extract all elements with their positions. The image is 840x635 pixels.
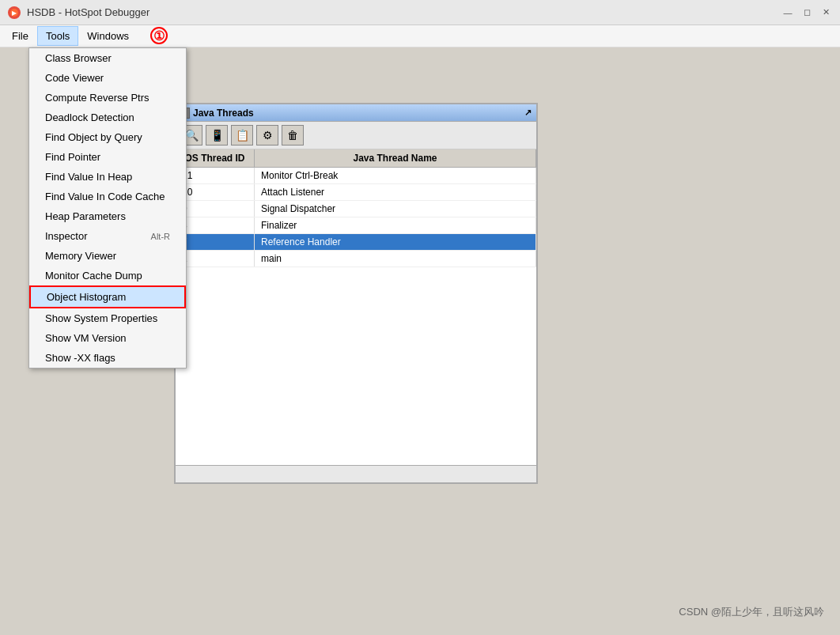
svg-text:▶: ▶: [12, 9, 17, 17]
table-body: 11 Monitor Ctrl-Break 10 Attach Listener…: [176, 168, 536, 267]
java-threads-title: Java Threads: [193, 108, 254, 119]
menu-item-find-object-by-query[interactable]: Find Object by Query: [29, 127, 186, 147]
menu-item-show-vm-version[interactable]: Show VM Version: [29, 328, 186, 348]
menu-item-inspector[interactable]: Inspector Alt-R: [29, 226, 186, 246]
menu-item-memory-viewer[interactable]: Memory Viewer: [29, 246, 186, 266]
col-os-thread-id: OS Thread ID: [176, 149, 255, 167]
menu-windows[interactable]: Windows: [78, 26, 138, 46]
os-id-11: 11: [176, 168, 255, 183]
menu-bar: File Tools Windows ① Class Browser Code …: [0, 25, 840, 47]
menu-item-find-pointer[interactable]: Find Pointer: [29, 147, 186, 167]
restore-button[interactable]: ↗: [523, 108, 533, 118]
os-id-10: 10: [176, 184, 255, 200]
window-statusbar: [176, 465, 536, 482]
col-java-thread-name: Java Thread Name: [255, 149, 536, 167]
menu-tools[interactable]: Tools: [37, 26, 78, 46]
annotation-1: ①: [150, 27, 168, 44]
menu-item-find-value-in-heap[interactable]: Find Value In Heap: [29, 167, 186, 187]
table-row[interactable]: 9 Signal Dispatcher: [176, 201, 536, 217]
copy-toolbar-btn[interactable]: 📋: [231, 125, 253, 146]
thread-name-main: main: [255, 251, 536, 266]
menu-item-show-xx-flags[interactable]: Show -XX flags: [29, 348, 186, 368]
phone-toolbar-btn[interactable]: 📱: [206, 125, 228, 146]
maximize-button[interactable]: ◻: [800, 6, 813, 19]
delete-toolbar-btn[interactable]: 🗑: [282, 125, 304, 146]
thread-name-finalizer: Finalizer: [255, 217, 536, 233]
os-id-8: 8: [176, 217, 255, 233]
menu-item-heap-parameters[interactable]: Heap Parameters: [29, 206, 186, 226]
os-id-9: 9: [176, 201, 255, 217]
app-icon: ▶: [8, 6, 21, 19]
table-row-selected[interactable]: 7 Reference Handler: [176, 234, 536, 251]
os-id-1: 1: [176, 251, 255, 266]
table-row[interactable]: 8 Finalizer: [176, 217, 536, 234]
menu-item-code-viewer[interactable]: Code Viewer: [29, 68, 186, 88]
thread-name-signal-dispatcher: Signal Dispatcher: [255, 201, 536, 217]
watermark: CSDN @陌上少年，且听这风吟: [679, 605, 824, 619]
thread-name-attach-listener: Attach Listener: [255, 184, 536, 200]
tools-dropdown: Class Browser Code Viewer Compute Revers…: [28, 47, 187, 369]
window-controls: — ◻ ✕: [781, 6, 832, 19]
menu-item-object-histogram[interactable]: Object Histogram: [29, 285, 186, 308]
menu-item-monitor-cache-dump[interactable]: Monitor Cache Dump: [29, 266, 186, 285]
java-threads-window: Java Threads ↗ 🔍 📱 📋 ⚙ 🗑 OS Thread ID Ja…: [174, 103, 538, 484]
title-bar: ▶ HSDB - HotSpot Debugger — ◻ ✕: [0, 0, 840, 25]
java-threads-title-bar: Java Threads ↗: [176, 104, 536, 122]
table-row[interactable]: 1 main: [176, 251, 536, 267]
menu-item-compute-reverse[interactable]: Compute Reverse Ptrs: [29, 88, 186, 108]
java-threads-toolbar: 🔍 📱 📋 ⚙ 🗑: [176, 122, 536, 149]
menu-item-show-system-properties[interactable]: Show System Properties: [29, 308, 186, 328]
thread-name-monitor-ctrl-break: Monitor Ctrl-Break: [255, 168, 536, 183]
window-title: HSDB - HotSpot Debugger: [27, 6, 781, 18]
menu-item-class-browser[interactable]: Class Browser: [29, 48, 186, 68]
table-header: OS Thread ID Java Thread Name: [176, 149, 536, 168]
settings-toolbar-btn[interactable]: ⚙: [256, 125, 278, 146]
minimize-button[interactable]: —: [781, 6, 794, 19]
table-row[interactable]: 11 Monitor Ctrl-Break: [176, 168, 536, 184]
menu-file[interactable]: File: [3, 26, 37, 46]
table-row[interactable]: 10 Attach Listener: [176, 184, 536, 201]
close-button[interactable]: ✕: [819, 6, 832, 19]
os-id-7: 7: [176, 234, 255, 250]
menu-item-deadlock-detection[interactable]: Deadlock Detection: [29, 108, 186, 127]
table-empty-area: [176, 267, 536, 465]
thread-name-reference-handler: Reference Handler: [255, 234, 536, 250]
menu-item-find-value-in-code-cache[interactable]: Find Value In Code Cache: [29, 187, 186, 206]
